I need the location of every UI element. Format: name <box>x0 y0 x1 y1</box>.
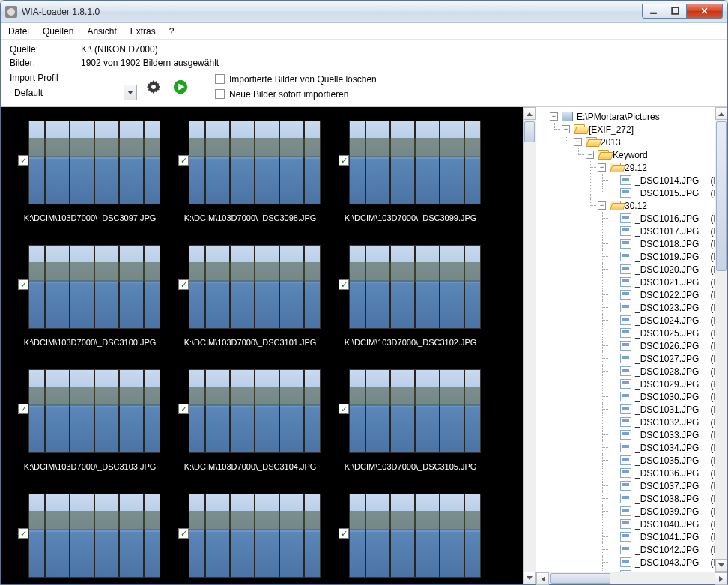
thumbnail-checkbox[interactable]: ✓ <box>178 155 189 166</box>
scroll-down-icon[interactable] <box>524 572 536 584</box>
tree-scrollbar-v[interactable] <box>715 107 727 572</box>
thumbnail-item[interactable]: ✓K:\DCIM\103D7000\_DSC3100.JPG <box>11 245 169 366</box>
tree-file-label[interactable]: _DSC1031.JPG <box>634 404 700 415</box>
menu-datei[interactable]: Datei <box>8 26 29 37</box>
minimize-button[interactable] <box>642 4 664 19</box>
thumbnail-item[interactable]: ✓K:\DCIM\103D7000\_DSC3097.JPG <box>11 121 169 242</box>
tree-file-label[interactable]: _DSC1015.JPG <box>634 188 700 198</box>
thumbnail-image[interactable] <box>28 369 160 453</box>
tree-scrollbar-h[interactable] <box>536 572 727 584</box>
thumb-scrollbar[interactable] <box>523 107 536 584</box>
tree-file-label[interactable]: _DSC1022.JPG <box>634 290 700 300</box>
thumbnail-checkbox[interactable]: ✓ <box>339 404 349 414</box>
thumbnail-checkbox[interactable]: ✓ <box>339 528 349 539</box>
tree-file-label[interactable]: _DSC1036.JPG <box>634 468 700 479</box>
thumbnail-checkbox[interactable]: ✓ <box>18 528 28 539</box>
thumbnail-checkbox[interactable]: ✓ <box>18 404 28 414</box>
thumbnail-item[interactable]: ✓K:\DCIM\103D7000\_DSC3099.JPG <box>332 121 489 242</box>
tree-file-label[interactable]: _DSC1037.JPG <box>634 481 700 491</box>
tree-file-label[interactable]: _DSC1024.JPG <box>634 315 700 326</box>
thumbnail-checkbox[interactable]: ✓ <box>178 279 189 290</box>
tree-file-label[interactable]: _DSC1018.JPG <box>634 239 700 249</box>
tree-file-label[interactable]: _DSC1023.JPG <box>634 303 700 313</box>
thumbnail-checkbox[interactable]: ✓ <box>18 279 28 290</box>
tree-scroll-up-icon[interactable] <box>715 107 727 120</box>
tree-file-label[interactable]: _DSC1033.JPG <box>634 430 700 440</box>
tree-file-label[interactable]: _DSC1027.JPG <box>634 354 700 364</box>
tree-file-label[interactable]: _DSC1035.JPG <box>634 455 700 466</box>
thumbnail-item[interactable]: ✓K:\DCIM\103D7000\_DSC3107.JPG <box>172 494 329 584</box>
tree-node-label[interactable]: 2013 <box>599 137 622 148</box>
tree-scroll-right-icon[interactable] <box>715 572 727 585</box>
tree-expander[interactable]: − <box>562 125 570 133</box>
menu-quellen[interactable]: Quellen <box>43 26 73 37</box>
tree-file-label[interactable]: _DSC1014.JPG <box>634 175 700 186</box>
tree-node-label[interactable]: E:\PMortara\Pictures <box>575 112 661 122</box>
thumbnail-image[interactable] <box>28 121 160 204</box>
tree-scroll-thumb[interactable] <box>716 121 727 271</box>
tree-file-label[interactable]: _DSC1021.JPG <box>634 277 700 288</box>
maximize-button[interactable] <box>664 4 687 19</box>
tree-file-label[interactable]: _DSC1042.JPG <box>634 545 700 555</box>
thumbnail-item[interactable]: ✓K:\DCIM\103D7000\_DSC3101.JPG <box>172 245 329 366</box>
tree-node-label[interactable]: 29.12 <box>623 163 649 173</box>
thumbnail-image[interactable] <box>189 121 321 204</box>
thumbnail-image[interactable] <box>349 369 481 453</box>
thumbnail-item[interactable]: ✓K:\DCIM\103D7000\_DSC3098.JPG <box>172 121 329 242</box>
tree-scroll-left-icon[interactable] <box>536 572 549 585</box>
thumbnail-checkbox[interactable]: ✓ <box>18 155 28 166</box>
scroll-thumb[interactable] <box>524 121 535 142</box>
tree-file-label[interactable]: _DSC1016.JPG <box>634 213 700 224</box>
thumbnail-checkbox[interactable]: ✓ <box>339 155 349 166</box>
thumbnail-item[interactable]: ✓K:\DCIM\103D7000\_DSC3105.JPG <box>332 369 489 491</box>
tree-file-label[interactable]: _DSC1043.JPG <box>634 557 700 568</box>
folder-tree[interactable]: −E:\PMortara\Pictures−[EXIF_272]−2013−Ke… <box>536 107 715 572</box>
tree-file-label[interactable]: _DSC1020.JPG <box>634 264 700 275</box>
thumbnail-image[interactable] <box>189 369 321 453</box>
chevron-down-icon[interactable] <box>124 85 136 100</box>
thumbnail-image[interactable] <box>28 245 160 329</box>
thumbnail-item[interactable]: ✓K:\DCIM\103D7000\_DSC3102.JPG <box>332 245 489 366</box>
tree-expander[interactable]: − <box>550 112 558 121</box>
tree-file-label[interactable]: _DSC1029.JPG <box>634 379 700 390</box>
tree-file-label[interactable]: _DSC1017.JPG <box>634 226 700 237</box>
thumbnail-image[interactable] <box>349 494 481 578</box>
tree-file-label[interactable]: _DSC1039.JPG <box>634 506 700 517</box>
titlebar[interactable]: WIA-Loader 1.8.1.0 <box>1 1 727 23</box>
tree-file-label[interactable]: _DSC1044.JPG <box>634 570 700 572</box>
profile-select[interactable]: Default <box>10 85 137 100</box>
thumbnail-checkbox[interactable]: ✓ <box>178 528 189 539</box>
thumbnail-checkbox[interactable]: ✓ <box>178 404 189 414</box>
auto-import-checkbox[interactable] <box>215 89 225 99</box>
thumbnail-image[interactable] <box>28 494 160 578</box>
tree-expander[interactable]: − <box>574 138 582 146</box>
tree-scroll-down-icon[interactable] <box>715 559 727 572</box>
thumbnail-image[interactable] <box>189 494 321 578</box>
thumbnail-image[interactable] <box>349 121 481 204</box>
thumbnail-checkbox[interactable]: ✓ <box>339 279 349 290</box>
tree-file-label[interactable]: _DSC1019.JPG <box>634 252 700 262</box>
thumbnail-image[interactable] <box>349 245 481 329</box>
thumbnail-item[interactable]: ✓K:\DCIM\103D7000\_DSC3103.JPG <box>11 369 169 491</box>
thumbnail-image[interactable] <box>189 245 321 329</box>
thumbnail-item[interactable]: ✓K:\DCIM\103D7000\_DSC3108.JPG <box>332 494 489 584</box>
play-button[interactable] <box>170 76 191 97</box>
menu-extras[interactable]: Extras <box>130 26 156 37</box>
tree-node-label[interactable]: 30.12 <box>623 201 649 211</box>
delete-after-import-checkbox[interactable] <box>215 74 225 84</box>
scroll-up-icon[interactable] <box>524 107 536 120</box>
menu-help[interactable]: ? <box>169 26 175 37</box>
tree-file-label[interactable]: _DSC1038.JPG <box>634 494 700 504</box>
tree-file-label[interactable]: _DSC1028.JPG <box>634 366 700 377</box>
close-button[interactable] <box>687 4 723 19</box>
tree-expander[interactable]: − <box>598 201 606 210</box>
tree-node-label[interactable]: Keyword <box>611 150 649 160</box>
tree-file-label[interactable]: _DSC1041.JPG <box>634 532 700 542</box>
menu-ansicht[interactable]: Ansicht <box>87 26 116 37</box>
tree-expander[interactable]: − <box>586 151 594 159</box>
tree-expander[interactable]: − <box>598 163 606 172</box>
thumbnail-item[interactable]: ✓K:\DCIM\103D7000\_DSC3104.JPG <box>172 369 329 491</box>
tree-file-label[interactable]: _DSC1032.JPG <box>634 417 700 428</box>
tree-file-label[interactable]: _DSC1026.JPG <box>634 341 700 351</box>
tree-file-label[interactable]: _DSC1040.JPG <box>634 519 700 530</box>
